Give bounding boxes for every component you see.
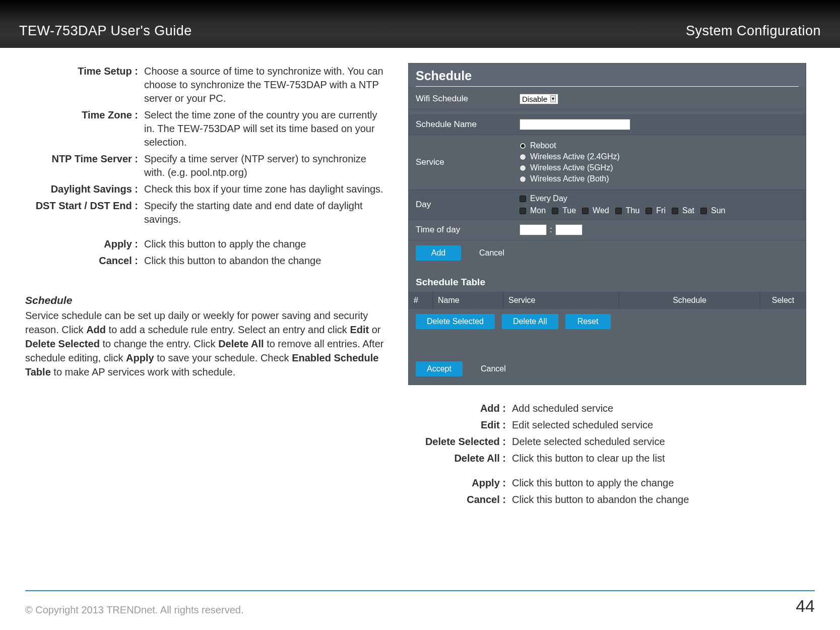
- day-wed[interactable]: Wed: [582, 206, 609, 215]
- time-hour-input[interactable]: [520, 224, 547, 235]
- service-option-wireless-24[interactable]: Wireless Active (2.4GHz): [520, 152, 620, 161]
- def-label: Cancel :: [408, 491, 509, 508]
- def-label: DST Start / DST End :: [25, 198, 141, 228]
- cancel-button[interactable]: Cancel: [468, 245, 515, 261]
- copyright: © Copyright 2013 TRENDnet. All rights re…: [25, 604, 243, 616]
- wifi-schedule-select[interactable]: Disable ▾: [520, 94, 558, 104]
- schedule-body: Service schedule can be set up daily or …: [25, 308, 388, 379]
- schedule-table-title: Schedule Table: [409, 268, 806, 292]
- def-desc: Specify a time server (NTP server) to sy…: [141, 151, 388, 181]
- def-label: Time Setup :: [25, 63, 141, 107]
- wifi-schedule-label: Wifi Schedule: [409, 89, 514, 109]
- def-label: Cancel :: [25, 253, 141, 269]
- section-title: System Configuration: [686, 23, 821, 39]
- schedule-panel: Schedule Wifi Schedule Disable ▾ Schedul…: [408, 63, 806, 385]
- def-desc: Check this box if your time zone has day…: [141, 181, 388, 198]
- def-label: Edit :: [408, 417, 509, 433]
- col-name: Name: [433, 292, 503, 309]
- day-sat[interactable]: Sat: [672, 206, 694, 215]
- time-colon: :: [550, 225, 552, 235]
- accept-button[interactable]: Accept: [416, 361, 463, 376]
- service-option-wireless-both[interactable]: Wireless Active (Both): [520, 174, 620, 183]
- def-desc: Delete selected scheduled service: [509, 433, 806, 450]
- service-option-wireless-5[interactable]: Wireless Active (5GHz): [520, 163, 620, 172]
- day-thu[interactable]: Thu: [615, 206, 640, 215]
- def-label: Delete All :: [408, 450, 509, 467]
- time-minute-input[interactable]: [555, 224, 583, 235]
- def-desc: Click this button to apply the change: [509, 475, 806, 491]
- schedule-name-label: Schedule Name: [409, 114, 514, 135]
- def-desc: Add scheduled service: [509, 400, 806, 417]
- definitions-schedule: Add :Add scheduled service Edit :Edit se…: [408, 400, 806, 508]
- day-fri[interactable]: Fri: [645, 206, 666, 215]
- page-number: 44: [796, 596, 815, 616]
- reset-button[interactable]: Reset: [565, 314, 611, 329]
- doc-title: TEW-753DAP User's Guide: [19, 23, 192, 39]
- def-desc: Click this button to abandon the change: [141, 253, 388, 269]
- day-tue[interactable]: Tue: [552, 206, 576, 215]
- add-button[interactable]: Add: [416, 245, 461, 261]
- def-desc: Select the time zone of the country you …: [141, 107, 388, 151]
- def-label: Add :: [408, 400, 509, 417]
- chevron-down-icon: ▾: [550, 95, 556, 102]
- service-label: Service: [409, 152, 514, 172]
- col-schedule: Schedule: [619, 292, 760, 309]
- def-label: Apply :: [25, 236, 141, 253]
- def-desc: Specify the starting date and end date o…: [141, 198, 388, 228]
- day-sun[interactable]: Sun: [700, 206, 725, 215]
- day-mon[interactable]: Mon: [520, 206, 546, 215]
- def-label: Apply :: [408, 475, 509, 491]
- cancel-button-bottom[interactable]: Cancel: [470, 361, 517, 376]
- definitions-time: Time Setup :Choose a source of time to s…: [25, 63, 388, 269]
- def-label: Delete Selected :: [408, 433, 509, 450]
- delete-all-button[interactable]: Delete All: [502, 314, 558, 329]
- schedule-table-header: # Name Service Schedule Select: [409, 292, 806, 309]
- def-label: NTP Time Server :: [25, 151, 141, 181]
- schedule-name-input[interactable]: [520, 119, 630, 130]
- def-desc: Click this button to apply the change: [141, 236, 388, 253]
- def-desc: Edit selected scheduled service: [509, 417, 806, 433]
- col-number: #: [409, 292, 433, 309]
- delete-selected-button[interactable]: Delete Selected: [416, 314, 495, 329]
- day-every-day[interactable]: Every Day: [520, 194, 567, 203]
- footer: © Copyright 2013 TRENDnet. All rights re…: [25, 590, 815, 616]
- col-service: Service: [503, 292, 619, 309]
- header-bar: TEW-753DAP User's Guide System Configura…: [0, 0, 840, 48]
- def-desc: Choose a source of time to synchronize w…: [141, 63, 388, 107]
- day-label: Day: [409, 195, 514, 215]
- time-of-day-label: Time of day: [409, 220, 514, 240]
- col-select: Select: [760, 292, 806, 309]
- def-label: Daylight Savings :: [25, 181, 141, 198]
- def-label: Time Zone :: [25, 107, 141, 151]
- def-desc: Click this button to abandon the change: [509, 491, 806, 508]
- service-option-reboot[interactable]: Reboot: [520, 141, 620, 150]
- panel-title: Schedule: [409, 64, 806, 86]
- schedule-heading: Schedule: [25, 294, 388, 306]
- def-desc: Click this button to clear up the list: [509, 450, 806, 467]
